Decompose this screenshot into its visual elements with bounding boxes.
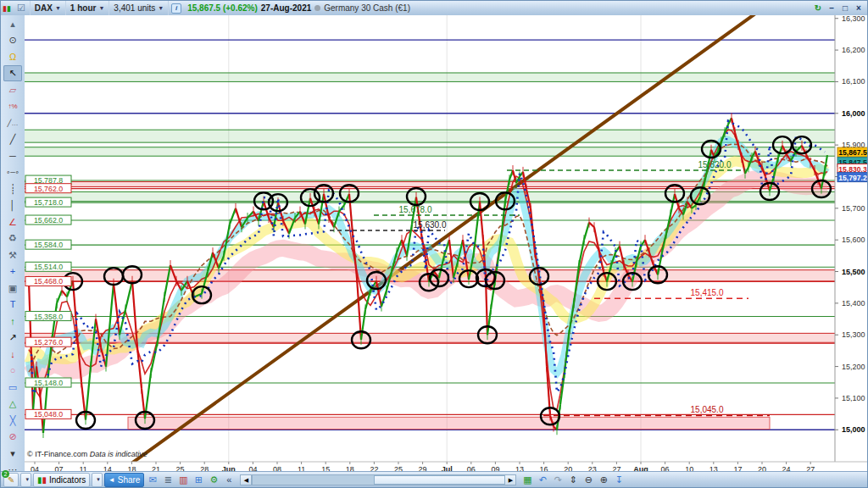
quote-date: 27-Aug-2021 (261, 3, 311, 13)
annotation-label[interactable]: 15,820.0 (698, 160, 732, 169)
zoom-tool-icon[interactable]: ⊙ (3, 32, 22, 48)
price-tag-text: 15,797.2 (838, 174, 867, 182)
up-arrow-tool-icon[interactable]: ↑ (3, 313, 22, 330)
price-tag[interactable]: 15,797.2 (837, 173, 868, 182)
timeframe-select[interactable]: 1 hour▼ (66, 1, 110, 15)
extended-line-icon[interactable]: ╱… (3, 115, 22, 131)
price-level-label[interactable]: 15,048.0 (25, 409, 71, 419)
undo-icon[interactable]: ↶ (535, 474, 550, 485)
chevron-down-icon: ▼ (55, 5, 61, 11)
price-level-label[interactable]: 15,584.0 (25, 240, 71, 249)
price-segment (230, 208, 236, 225)
overlay-check-icon[interactable]: ☑ (13, 1, 31, 15)
draw-menu-arrow[interactable]: ▾ (20, 473, 31, 487)
ellipse-tool-icon[interactable]: ○ (3, 363, 22, 379)
symbol-select[interactable]: DAX▼ (31, 1, 66, 15)
alerts-bell-icon[interactable]: Ω (3, 49, 22, 65)
price-segment (151, 341, 158, 373)
vertical-line-icon[interactable]: │ (3, 197, 22, 214)
collapse-left-icon[interactable]: « (221, 474, 236, 485)
calendar-icon[interactable]: ▦ (520, 474, 535, 485)
pointer-tool-icon[interactable]: ↖ (3, 65, 22, 81)
indicators-label: Indicators (49, 475, 86, 485)
ne-arrow-tool-icon[interactable]: ↗ (3, 330, 22, 346)
sync-icon[interactable]: ↻ (813, 3, 823, 13)
triangle-tool-icon[interactable]: △ (3, 396, 22, 412)
annotation-label[interactable]: 15,678.0 (399, 205, 432, 214)
indicators-arrow[interactable]: ▾ (92, 473, 103, 487)
y-tick-label: 15,100 (842, 394, 865, 402)
scroll-left-button[interactable]: ◀ (240, 474, 252, 485)
info-icon[interactable]: i (171, 3, 181, 14)
tools-icon[interactable]: ⚒ (3, 247, 22, 263)
price-level-label[interactable]: 15,358.0 (25, 312, 71, 321)
y-tick-label: 15,600 (842, 236, 865, 244)
price-level-text: 15,662.0 (34, 216, 63, 225)
annotation-label[interactable]: 15,045.0 (691, 405, 724, 414)
y-tick-label: 16,100 (842, 77, 865, 86)
text-tool-icon[interactable]: T (3, 297, 22, 313)
more-tools-expander-icon[interactable]: ▾ (3, 446, 22, 462)
redo-icon[interactable]: ↷ (550, 474, 565, 485)
cross-lines-icon[interactable]: ╳ (3, 413, 22, 429)
settings-wrench-icon[interactable]: ⚙ (206, 474, 221, 485)
share-button[interactable]: ◄ Share (104, 473, 145, 487)
chart-window-icon[interactable]: ⊞ (191, 474, 206, 485)
compare-icon[interactable]: ▥ (175, 474, 191, 485)
watermark-brand: © IT-Finance.com (27, 450, 87, 458)
close-button[interactable]: × (854, 3, 864, 13)
price-segment (62, 291, 67, 297)
price-level-text: 15,514.0 (34, 263, 63, 271)
annotation-label[interactable]: 15,630.0 (414, 220, 447, 230)
horizontal-line-icon[interactable]: ─ (3, 148, 22, 164)
price-chart[interactable]: 15,820.015,678.015,630.015,415.015,045.0… (25, 15, 868, 474)
chevron-down-icon: ▼ (98, 5, 104, 11)
scrollbar-track[interactable] (252, 474, 504, 485)
restore-button[interactable]: □ (840, 3, 850, 13)
no-ellipse-icon[interactable]: ⊘ (3, 429, 22, 445)
draw-menu-button[interactable]: 2 ✎ (3, 473, 19, 487)
price-tag[interactable]: 15,867.5 (837, 147, 868, 157)
trendline-tool-icon[interactable]: ╱ (3, 131, 22, 147)
zoom-out-icon[interactable]: ⊖ (581, 474, 596, 485)
scroll-right-button[interactable]: ▶ (504, 474, 516, 485)
angle-tool-icon[interactable]: ∠ (3, 214, 22, 230)
collapse-icon[interactable]: ▴ (3, 16, 22, 32)
price-level-label[interactable]: 15,662.0 (25, 215, 71, 225)
fit-vertical-icon[interactable]: ↧ (611, 474, 626, 485)
price-segment (43, 382, 47, 433)
indicators-button[interactable]: ▮▮ Indicators (33, 473, 90, 487)
news-icon[interactable]: ≣ (160, 474, 175, 485)
zoom-range-icon[interactable]: ⇕ (565, 474, 581, 485)
plot-area[interactable]: 15,820.015,678.015,630.015,415.015,045.0 (25, 15, 835, 474)
price-level-label[interactable]: 15,514.0 (25, 262, 71, 271)
price-level-label[interactable]: 15,276.0 (25, 337, 71, 347)
minimize-button[interactable]: – (826, 3, 837, 13)
copy-icon[interactable]: ▣ (3, 280, 22, 297)
vertical-segment-icon[interactable]: ┊ (3, 181, 22, 197)
candlestick-mode-icon[interactable]: ▮▮ (1, 1, 13, 15)
trading-app-window: { "titlebar": { "symbol": "DAX", "timefr… (0, 0, 868, 488)
price-level-label[interactable]: 15,718.0 (25, 197, 71, 207)
price-tag[interactable]: 15,830.3 (837, 164, 868, 174)
price-level-label[interactable]: 15,468.0 (25, 276, 71, 286)
down-arrow-tool-icon[interactable]: ↓ (3, 347, 22, 363)
support-band[interactable] (128, 417, 770, 429)
horizontal-segment-icon[interactable]: ∘─∘ (3, 164, 22, 180)
scrollbar-thumb[interactable] (374, 475, 506, 485)
annotation-label[interactable]: 15,415.0 (691, 288, 724, 297)
units-select[interactable]: 3,401 units▼ (109, 1, 169, 15)
chat-icon[interactable]: ✉ (145, 474, 160, 485)
bottom-toolbar: 2 ✎ ▾ ▮▮ Indicators ▾ ◄ Share ✉≣▥⊞⚙« ◀ ▶… (1, 471, 867, 487)
zoom-in-icon[interactable]: ⊕ (596, 474, 611, 485)
price-level-label[interactable]: 15,148.0 (25, 378, 71, 387)
chart-panel: 15,820.015,678.015,630.015,415.015,045.0… (25, 15, 868, 474)
trash-icon[interactable]: ♻ (3, 230, 22, 247)
price-level-label[interactable]: 15,762.0 (25, 184, 71, 193)
bottom-right-icon-group: ▦↶↷⇕⊖⊕↧ (520, 474, 626, 485)
move-tool-icon[interactable]: + (3, 263, 22, 280)
rectangle-tool-icon[interactable]: ▭ (3, 380, 22, 396)
price-tag-text: 15,867.5 (838, 148, 867, 157)
ruler-tool-icon[interactable]: ▱ (3, 82, 22, 98)
percent-change-icon[interactable]: ↑% (3, 98, 22, 114)
